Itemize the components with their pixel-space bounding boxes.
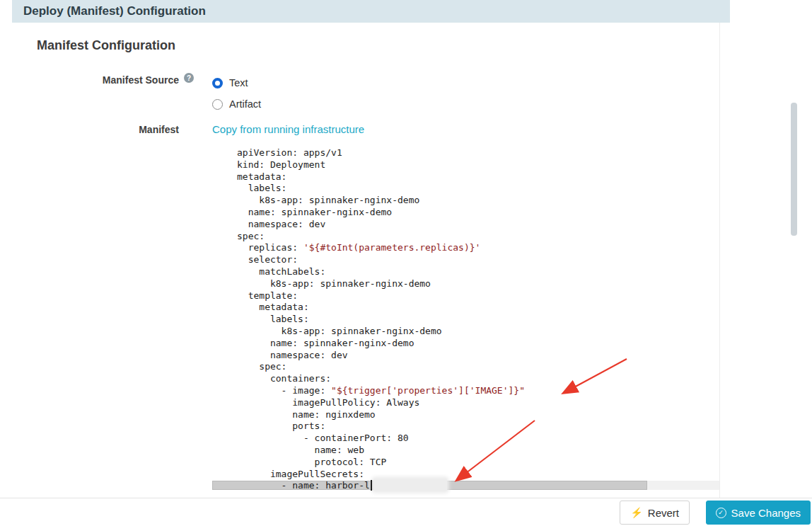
save-changes-button[interactable]: ✓ Save Changes: [706, 501, 811, 525]
code-line: labels:: [237, 314, 525, 326]
code-line: selector:: [237, 254, 525, 266]
vertical-scrollbar[interactable]: [791, 103, 797, 236]
redaction-blur: [373, 479, 447, 491]
radio-artifact-control[interactable]: [212, 99, 223, 110]
revert-button-label: Revert: [648, 507, 679, 519]
manifest-source-label: Manifest Source: [12, 74, 179, 86]
code-line: - image: "${trigger['properties']['IMAGE…: [237, 385, 525, 397]
code-line: name: nginxdemo: [237, 409, 525, 421]
code-line: k8s-app: spinnaker-nginx-demo: [237, 195, 525, 207]
text-cursor: [371, 480, 372, 491]
code-line: name: web: [237, 445, 525, 457]
manifest-source-radio-group: Text Artifact: [212, 72, 261, 115]
radio-text-label: Text: [229, 77, 248, 88]
code-line: name: spinnaker-nginx-demo: [237, 338, 525, 350]
code-line: imagePullPolicy: Always: [237, 397, 525, 409]
code-line: containers:: [237, 373, 525, 385]
code-line: namespace: dev: [237, 219, 525, 231]
copy-from-running-link[interactable]: Copy from running infrastructure: [212, 123, 364, 135]
code-line: k8s-app: spinnaker-nginx-demo: [237, 278, 525, 290]
code-line: metadata:: [237, 171, 525, 183]
code-line: - containerPort: 80: [237, 433, 525, 445]
manifest-config-panel: Manifest Configuration Manifest Source ?…: [12, 23, 720, 498]
code-line: spec:: [237, 231, 525, 243]
stage-header: Deploy (Manifest) Configuration: [12, 0, 730, 23]
code-line: spec:: [237, 361, 525, 373]
code-line: kind: Deployment: [237, 159, 525, 171]
code-line: apiVersion: apps/v1: [237, 147, 525, 159]
save-changes-label: Save Changes: [731, 507, 801, 519]
action-footer: ⚡ Revert ✓ Save Changes: [0, 498, 812, 526]
code-line: name: spinnaker-nginx-demo: [237, 207, 525, 219]
section-title: Manifest Configuration: [37, 38, 175, 53]
code-line: metadata:: [237, 302, 525, 314]
radio-option-text[interactable]: Text: [212, 72, 261, 93]
radio-option-artifact[interactable]: Artifact: [212, 93, 261, 115]
code-line: matchLabels:: [237, 266, 525, 278]
code-line: k8s-app: spinnaker-nginx-demo: [237, 326, 525, 338]
page-title: Deploy (Manifest) Configuration: [23, 4, 206, 18]
lightning-bolt-icon: ⚡: [630, 508, 642, 518]
manifest-editor[interactable]: apiVersion: apps/v1kind: Deploymentmetad…: [212, 144, 719, 498]
code-line: protocol: TCP: [237, 457, 525, 469]
code-line: ports:: [237, 421, 525, 433]
yaml-code: apiVersion: apps/v1kind: Deploymentmetad…: [212, 144, 525, 492]
code-line: template:: [237, 290, 525, 302]
help-icon[interactable]: ?: [184, 73, 194, 83]
manifest-label: Manifest: [12, 124, 179, 135]
check-circle-icon: ✓: [716, 508, 726, 518]
revert-button[interactable]: ⚡ Revert: [620, 501, 690, 525]
code-line: labels:: [237, 183, 525, 195]
code-line: replicas: '${#toInt(parameters.replicas)…: [237, 242, 525, 254]
radio-text-control[interactable]: [212, 78, 223, 88]
deploy-manifest-page: Deploy (Manifest) Configuration Manifest…: [0, 0, 812, 526]
radio-artifact-label: Artifact: [229, 98, 261, 110]
code-line: namespace: dev: [237, 350, 525, 362]
